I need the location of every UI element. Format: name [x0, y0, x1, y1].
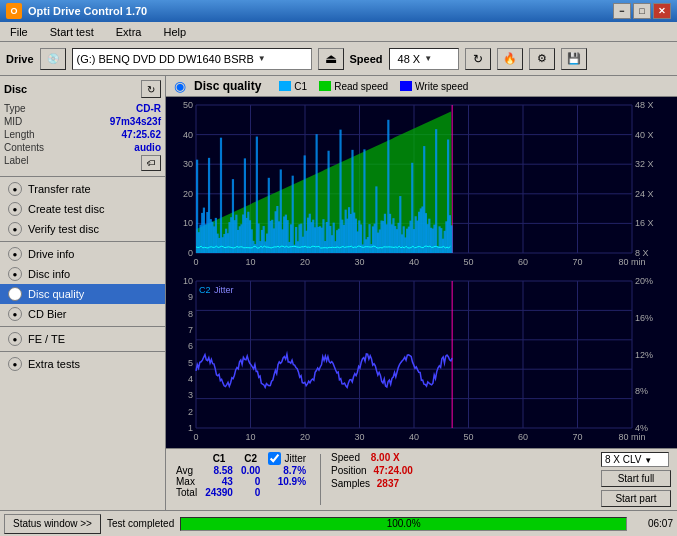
nav-icon-fe-te: ●: [8, 332, 22, 346]
nav-drive-info[interactable]: ● Drive info: [0, 244, 165, 264]
stats-table: C1 C2 Jitter Avg 8.58 0.00 8.7%: [172, 452, 310, 498]
legend-read-speed: Read speed: [319, 81, 388, 92]
nav-disc-quality[interactable]: ● Disc quality: [0, 284, 165, 304]
eject-icon-btn[interactable]: ⏏: [318, 48, 344, 70]
nav-icon-disc-quality: ●: [8, 287, 22, 301]
speed-mode-arrow: ▼: [644, 456, 652, 465]
menu-start-test[interactable]: Start test: [44, 24, 100, 40]
nav-icon-extra-tests: ●: [8, 357, 22, 371]
speed-select[interactable]: 48 X ▼: [389, 48, 459, 70]
status-bar: Status window >> Test completed 100.0% 0…: [0, 510, 677, 536]
contents-label: Contents: [4, 142, 44, 153]
start-full-button[interactable]: Start full: [601, 470, 671, 487]
elapsed-time: 06:07: [633, 518, 673, 529]
app-icon: O: [6, 3, 22, 19]
drive-select[interactable]: (G:) BENQ DVD DD DW1640 BSRB ▼: [72, 48, 312, 70]
col-c2-header: C2: [237, 452, 264, 465]
top-chart-canvas: [166, 97, 677, 273]
menu-bar: File Start test Extra Help: [0, 22, 677, 42]
bottom-chart-canvas: [166, 273, 677, 448]
total-c2: 0: [237, 487, 264, 498]
legend-write-label: Write speed: [415, 81, 468, 92]
speed-info-value: 8.00 X: [371, 452, 400, 463]
legend-read-color: [319, 81, 331, 91]
speed-label: Speed: [350, 53, 383, 65]
disc-header-label: Disc: [4, 83, 27, 95]
start-part-button[interactable]: Start part: [601, 490, 671, 507]
status-text: Test completed: [107, 518, 174, 529]
legend-c1-label: C1: [294, 81, 307, 92]
avg-c1: 8.58: [201, 465, 237, 476]
chart-title-icon: ◉: [174, 78, 186, 94]
right-panel: ◉ Disc quality C1 Read speed Write speed: [166, 76, 677, 510]
total-label: Total: [172, 487, 201, 498]
maximize-button[interactable]: □: [633, 3, 651, 19]
right-buttons: 8 X CLV ▼ Start full Start part: [601, 452, 671, 507]
chart-title-bar: ◉ Disc quality C1 Read speed Write speed: [166, 76, 677, 97]
total-c1: 24390: [201, 487, 237, 498]
speed-info-label: Speed: [331, 452, 360, 463]
legend-write-speed: Write speed: [400, 81, 468, 92]
type-value: CD-R: [136, 103, 161, 114]
nav-create-test-disc[interactable]: ● Create test disc: [0, 199, 165, 219]
nav-icon-disc-info: ●: [8, 267, 22, 281]
nav-transfer-rate[interactable]: ● Transfer rate: [0, 179, 165, 199]
chart-top: [166, 97, 677, 273]
nav-cd-bier[interactable]: ● CD Bier: [0, 304, 165, 324]
legend-c1-color: [279, 81, 291, 91]
speed-info: Speed 8.00 X Position 47:24.00 Samples 2…: [331, 452, 413, 489]
speed-dropdown-arrow: ▼: [424, 54, 432, 63]
type-label: Type: [4, 103, 26, 114]
nav-verify-test-disc[interactable]: ● Verify test disc: [0, 219, 165, 239]
jitter-checkbox[interactable]: [268, 452, 281, 465]
minimize-button[interactable]: −: [613, 3, 631, 19]
save-btn[interactable]: 💾: [561, 48, 587, 70]
contents-value: audio: [134, 142, 161, 153]
max-label: Max: [172, 476, 201, 487]
settings-btn[interactable]: ⚙: [529, 48, 555, 70]
mid-label: MID: [4, 116, 22, 127]
legend-read-label: Read speed: [334, 81, 388, 92]
avg-label: Avg: [172, 465, 201, 476]
legend-write-color: [400, 81, 412, 91]
chart-title-text: Disc quality: [194, 79, 261, 93]
window-controls: − □ ✕: [613, 3, 671, 19]
disc-label-label: Label: [4, 155, 28, 171]
burn-btn[interactable]: 🔥: [497, 48, 523, 70]
speed-mode-select[interactable]: 8 X CLV ▼: [601, 452, 669, 467]
length-label: Length: [4, 129, 35, 140]
nav-icon-transfer-rate: ●: [8, 182, 22, 196]
nav-extra-tests[interactable]: ● Extra tests: [0, 354, 165, 374]
mid-value: 97m34s23f: [110, 116, 161, 127]
nav-fe-te[interactable]: ● FE / TE: [0, 329, 165, 349]
menu-file[interactable]: File: [4, 24, 34, 40]
drive-icon-btn[interactable]: 💿: [40, 48, 66, 70]
nav-icon-cd-bier: ●: [8, 307, 22, 321]
disc-refresh-btn[interactable]: ↻: [141, 80, 161, 98]
avg-c2: 0.00: [237, 465, 264, 476]
close-button[interactable]: ✕: [653, 3, 671, 19]
drive-dropdown-arrow: ▼: [258, 54, 266, 63]
status-window-button[interactable]: Status window >>: [4, 514, 101, 534]
jitter-checkbox-group: Jitter: [268, 452, 306, 465]
drive-label: Drive: [6, 53, 34, 65]
progress-text: 100.0%: [181, 518, 626, 530]
chart-bottom: [166, 273, 677, 448]
jitter-label: Jitter: [284, 453, 306, 464]
nav-icon-drive-info: ●: [8, 247, 22, 261]
disc-info: Type CD-R MID 97m34s23f Length 47:25.62 …: [4, 102, 161, 172]
drive-bar: Drive 💿 (G:) BENQ DVD DD DW1640 BSRB ▼ ⏏…: [0, 42, 677, 76]
nav-items: ● Transfer rate ● Create test disc ● Ver…: [0, 177, 165, 376]
nav-icon-verify-test: ●: [8, 222, 22, 236]
max-c1: 43: [201, 476, 237, 487]
label-icon-btn[interactable]: 🏷: [141, 155, 161, 171]
nav-icon-create-test: ●: [8, 202, 22, 216]
refresh-btn[interactable]: ↻: [465, 48, 491, 70]
position-value: 47:24.00: [373, 465, 412, 476]
nav-disc-info[interactable]: ● Disc info: [0, 264, 165, 284]
menu-help[interactable]: Help: [157, 24, 192, 40]
menu-extra[interactable]: Extra: [110, 24, 148, 40]
stats-bar: C1 C2 Jitter Avg 8.58 0.00 8.7%: [166, 448, 677, 510]
length-value: 47:25.62: [122, 129, 161, 140]
samples-value: 2837: [377, 478, 399, 489]
